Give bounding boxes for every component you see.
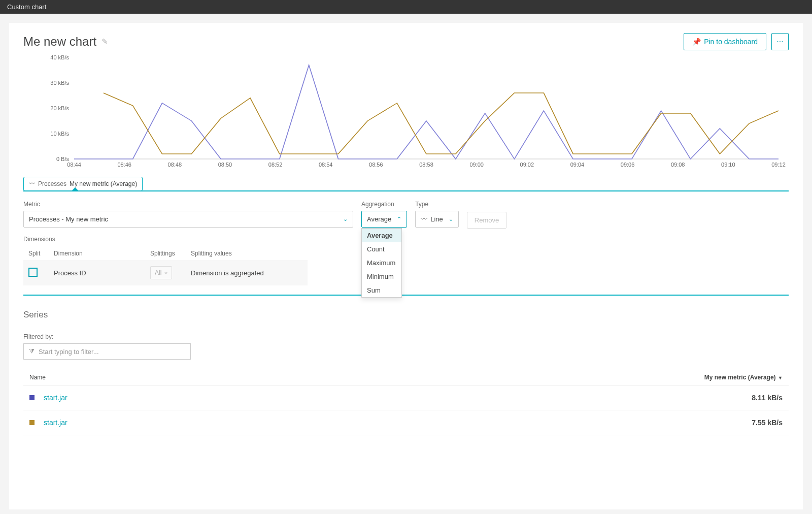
chart-series-line: [74, 65, 779, 159]
series-color-swatch: [29, 395, 35, 400]
aggregation-option[interactable]: Maximum: [362, 256, 401, 270]
x-tick: 08:46: [117, 162, 131, 168]
pin-to-dashboard-button[interactable]: 📌 Pin to dashboard: [684, 33, 766, 50]
x-tick: 08:48: [168, 162, 182, 168]
chart-title-wrap: Me new chart ✎: [23, 35, 108, 49]
x-tick: 08:44: [67, 162, 81, 168]
type-label: Type: [415, 201, 459, 208]
col-split: Split: [28, 250, 54, 257]
dimension-row: Process ID All Dimension is aggregated: [23, 260, 308, 285]
y-axis: 0 B/s10 kB/s20 kB/s30 kB/s40 kB/s: [23, 57, 74, 159]
sort-desc-icon: ▼: [777, 375, 783, 380]
chart-plot: [74, 57, 779, 159]
more-icon: ···: [776, 37, 783, 46]
metric-column: Metric Processes - My new metric ⌄: [23, 201, 353, 228]
series-value: 8.11 kB/s: [752, 394, 783, 402]
series-value: 7.55 kB/s: [752, 419, 783, 427]
filtered-by-label: Filtered by:: [23, 333, 789, 340]
page-header: Me new chart ✎ 📌 Pin to dashboard ···: [23, 33, 789, 50]
splitting-values: Dimension is aggregated: [191, 269, 302, 277]
dimension-name: Process ID: [54, 269, 150, 277]
metric-value: Processes - My new metric: [29, 215, 108, 223]
filter-input-wrap[interactable]: ⧩: [23, 343, 191, 360]
topbar-title: Custom chart: [7, 3, 46, 11]
filter-icon: ⧩: [29, 347, 35, 356]
x-tick: 09:08: [671, 162, 685, 168]
dimensions-label: Dimensions: [23, 236, 789, 243]
dimensions-table: Split Dimension Splittings Splitting val…: [23, 247, 308, 285]
dimensions-header: Split Dimension Splittings Splitting val…: [23, 247, 308, 260]
x-tick: 08:58: [419, 162, 433, 168]
remove-column: Remove: [467, 201, 506, 229]
series-name-link[interactable]: start.jar: [44, 394, 67, 402]
page: Me new chart ✎ 📌 Pin to dashboard ··· 0 …: [9, 23, 803, 509]
topbar: Custom chart: [0, 0, 812, 14]
line-chart-icon: 〰: [421, 215, 427, 223]
chart-series-line: [104, 93, 779, 154]
col-splittings: Splittings: [150, 250, 191, 257]
x-tick: 08:54: [319, 162, 333, 168]
edit-title-icon[interactable]: ✎: [101, 37, 108, 46]
series-row: start.jar7.55 kB/s: [23, 410, 789, 435]
series-pill[interactable]: 〰 Processes My new metric (Average): [23, 177, 143, 191]
x-tick: 09:10: [721, 162, 735, 168]
series-table-header: Name My new metric (Average) ▼: [23, 370, 789, 385]
x-tick: 09:00: [469, 162, 484, 168]
y-tick: 20 kB/s: [50, 105, 69, 111]
pill-main: My new metric (Average): [70, 180, 137, 187]
chevron-down-icon: ⌄: [343, 216, 348, 222]
type-column: Type 〰 Line ⌄: [415, 201, 459, 228]
line-chart-icon: 〰: [29, 180, 35, 187]
y-tick: 40 kB/s: [50, 54, 69, 60]
series-name-link[interactable]: start.jar: [44, 419, 67, 427]
x-tick: 09:04: [570, 162, 585, 168]
aggregation-dropdown: AverageCountMaximumMinimumSum: [361, 228, 402, 298]
series-table: Name My new metric (Average) ▼ start.jar…: [23, 370, 789, 435]
pin-icon: 📌: [692, 38, 701, 46]
more-actions-button[interactable]: ···: [771, 33, 789, 50]
x-tick: 08:52: [268, 162, 283, 168]
x-tick: 09:06: [621, 162, 635, 168]
type-select[interactable]: 〰 Line ⌄: [415, 211, 459, 228]
y-tick: 10 kB/s: [50, 131, 69, 137]
metric-select[interactable]: Processes - My new metric ⌄: [23, 211, 353, 228]
chevron-down-icon: ⌄: [449, 216, 453, 222]
aggregation-select[interactable]: Average ⌃: [361, 211, 407, 228]
x-tick: 09:12: [771, 162, 786, 168]
series-heading: Series: [23, 310, 789, 320]
remove-button[interactable]: Remove: [467, 212, 506, 229]
filter-input[interactable]: [39, 348, 185, 356]
type-value: Line: [430, 215, 443, 223]
pin-label: Pin to dashboard: [704, 38, 758, 46]
header-actions: 📌 Pin to dashboard ···: [684, 33, 789, 50]
chart-area: 0 B/s10 kB/s20 kB/s30 kB/s40 kB/s 08:440…: [23, 57, 789, 172]
aggregation-value: Average: [367, 215, 391, 223]
col-dimension: Dimension: [54, 250, 150, 257]
series-divider: [23, 190, 789, 191]
metric-label: Metric: [23, 201, 353, 208]
section-divider: [23, 295, 789, 296]
aggregation-label: Aggregation: [361, 201, 407, 208]
series-pill-row: 〰 Processes My new metric (Average): [23, 177, 789, 191]
aggregation-option[interactable]: Count: [362, 242, 401, 256]
series-color-swatch: [29, 420, 35, 425]
y-tick: 30 kB/s: [50, 80, 69, 86]
x-tick: 08:50: [218, 162, 232, 168]
aggregation-column: Aggregation Average ⌃ AverageCountMaximu…: [361, 201, 407, 228]
x-tick: 09:02: [520, 162, 534, 168]
aggregation-option[interactable]: Sum: [362, 283, 401, 297]
series-col-name[interactable]: Name: [29, 374, 46, 381]
config-row: Metric Processes - My new metric ⌄ Aggre…: [23, 201, 789, 229]
chevron-up-icon: ⌃: [397, 216, 401, 222]
aggregation-option[interactable]: Minimum: [362, 270, 401, 283]
chart-title: Me new chart: [23, 35, 96, 49]
x-tick: 08:56: [369, 162, 383, 168]
x-axis: 08:4408:4608:4808:5008:5208:5408:5608:58…: [74, 162, 779, 172]
aggregation-option[interactable]: Average: [362, 229, 401, 242]
col-values: Splitting values: [191, 250, 302, 257]
pill-prefix: Processes: [38, 180, 66, 187]
series-row: start.jar8.11 kB/s: [23, 385, 789, 410]
series-col-metric[interactable]: My new metric (Average) ▼: [704, 374, 783, 381]
split-checkbox[interactable]: [28, 268, 38, 277]
splittings-select[interactable]: All: [150, 266, 172, 279]
